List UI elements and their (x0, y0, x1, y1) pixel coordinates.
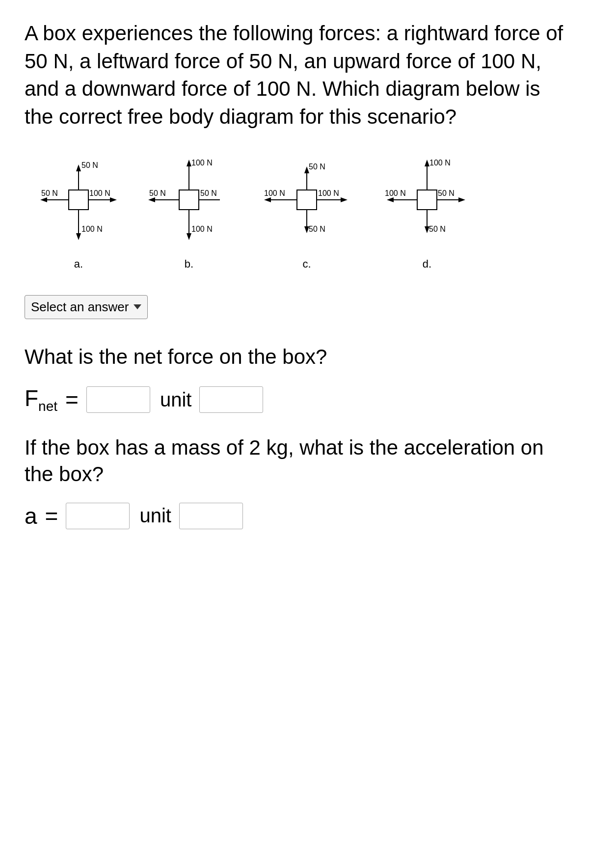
svg-marker-2 (76, 164, 81, 171)
svg-text:50 N: 50 N (149, 189, 166, 197)
svg-text:50 N: 50 N (438, 189, 455, 197)
diagram-a-label: a. (74, 258, 83, 271)
select-answer-area: Select an answer (25, 295, 564, 319)
svg-rect-13 (179, 190, 199, 210)
select-answer-dropdown[interactable]: Select an answer (25, 295, 148, 319)
fnet-label: Fnet (25, 385, 57, 414)
net-force-question: What is the net force on the box? (25, 344, 564, 371)
diagram-a: 50 N 100 N 50 N 100 N a. (34, 151, 123, 271)
svg-text:100 N: 100 N (385, 189, 406, 197)
question-text: A box experiences the following forces: … (25, 20, 564, 131)
svg-text:100 N: 100 N (191, 225, 213, 233)
svg-marker-18 (187, 233, 191, 240)
svg-marker-40 (425, 160, 429, 166)
fnet-row: Fnet = unit (25, 385, 564, 414)
diagram-c: 50 N 50 N 100 N 100 N c. (255, 151, 358, 271)
accel-value-input[interactable] (66, 503, 130, 529)
svg-text:100 N: 100 N (429, 159, 451, 167)
accel-equals: = (45, 503, 58, 529)
fnet-equals: = (65, 386, 79, 413)
diagram-b: 100 N 100 N 50 N 50 N b. (142, 151, 236, 271)
fnet-unit-label: unit (160, 389, 192, 411)
svg-marker-11 (110, 197, 117, 202)
svg-rect-38 (417, 190, 437, 210)
svg-text:100 N: 100 N (191, 159, 213, 167)
fnet-subscript: net (38, 399, 57, 414)
svg-text:50 N: 50 N (200, 189, 217, 197)
acceleration-question: If the box has a mass of 2 kg, what is t… (25, 434, 564, 488)
svg-text:100 N: 100 N (89, 189, 110, 197)
diagram-b-label: b. (185, 258, 193, 271)
accel-label: a (25, 503, 37, 529)
svg-marker-36 (341, 197, 348, 202)
accel-unit-input[interactable] (179, 503, 243, 529)
diagram-d-label: d. (423, 258, 431, 271)
svg-text:100 N: 100 N (318, 189, 339, 197)
diagram-d: 100 N 50 N 100 N 50 N d. (378, 151, 476, 271)
svg-marker-21 (148, 197, 155, 202)
svg-marker-49 (458, 197, 465, 202)
svg-text:50 N: 50 N (41, 189, 58, 197)
svg-text:50 N: 50 N (81, 161, 98, 169)
diagrams-container: 50 N 100 N 50 N 100 N a. 100 N (25, 151, 564, 271)
select-answer-label: Select an answer (31, 299, 129, 315)
svg-text:100 N: 100 N (81, 225, 103, 233)
svg-rect-0 (69, 190, 88, 210)
diagram-c-label: c. (302, 258, 311, 271)
svg-marker-15 (187, 160, 191, 166)
svg-text:50 N: 50 N (309, 225, 325, 233)
svg-marker-33 (264, 197, 271, 202)
svg-text:50 N: 50 N (309, 163, 325, 171)
accel-unit-label: unit (139, 505, 171, 527)
fnet-value-input[interactable] (86, 386, 150, 413)
accel-row: a = unit (25, 503, 564, 529)
svg-rect-25 (297, 190, 317, 210)
svg-marker-46 (387, 197, 394, 202)
fnet-unit-input[interactable] (199, 386, 263, 413)
svg-marker-8 (40, 197, 47, 202)
svg-text:50 N: 50 N (429, 225, 446, 233)
svg-marker-5 (76, 233, 81, 240)
svg-text:100 N: 100 N (264, 189, 285, 197)
dropdown-arrow-icon (134, 304, 141, 309)
